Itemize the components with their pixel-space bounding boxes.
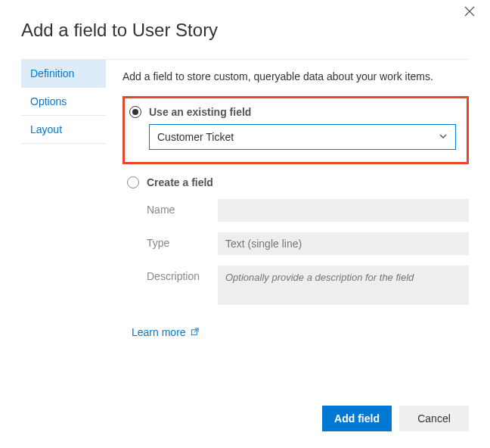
name-input[interactable] <box>218 199 469 222</box>
radio-icon-checked <box>129 106 141 118</box>
sidebar-item-options[interactable]: Options <box>21 88 106 116</box>
learn-more-link[interactable]: Learn more <box>132 326 199 338</box>
sidebar: Definition Options Layout <box>0 60 106 338</box>
radio-use-existing[interactable]: Use an existing field <box>129 106 456 118</box>
close-icon <box>464 6 475 17</box>
sidebar-item-definition[interactable]: Definition <box>21 60 106 88</box>
external-link-icon <box>191 326 199 338</box>
name-label: Name <box>147 199 209 216</box>
row-description: Description <box>147 266 469 305</box>
select-value: Customer Ticket <box>157 131 234 143</box>
chevron-down-icon <box>439 131 448 143</box>
dialog-body: Definition Options Layout Add a field to… <box>0 60 490 338</box>
type-label: Type <box>147 232 209 249</box>
radio-icon-unchecked <box>127 176 139 188</box>
add-field-dialog: Add a field to User Story Definition Opt… <box>0 0 490 448</box>
radio-create-field[interactable]: Create a field <box>127 176 469 188</box>
row-name: Name <box>147 199 469 222</box>
sidebar-item-label: Definition <box>30 67 74 79</box>
dialog-title: Add a field to User Story <box>21 20 469 41</box>
add-field-button[interactable]: Add field <box>322 406 392 431</box>
description-label: Description <box>147 266 209 282</box>
main-panel: Add a field to store custom, queryable d… <box>106 60 490 338</box>
existing-field-select[interactable]: Customer Ticket <box>149 124 456 150</box>
sidebar-item-layout[interactable]: Layout <box>21 116 106 144</box>
learn-more-label: Learn more <box>132 326 186 338</box>
type-select[interactable] <box>218 232 469 255</box>
create-field-section: Create a field Name Type Description Lea… <box>122 176 469 338</box>
intro-text: Add a field to store custom, queryable d… <box>122 70 469 82</box>
sidebar-item-label: Layout <box>30 123 62 135</box>
radio-label: Use an existing field <box>149 106 251 118</box>
svg-line-3 <box>194 328 198 333</box>
sidebar-item-label: Options <box>30 95 67 107</box>
close-button[interactable] <box>464 6 479 21</box>
use-existing-section: Use an existing field Customer Ticket <box>122 96 469 164</box>
row-type: Type <box>147 232 469 255</box>
cancel-button[interactable]: Cancel <box>399 406 469 431</box>
dialog-footer: Add field Cancel <box>322 406 469 431</box>
description-textarea[interactable] <box>218 266 469 305</box>
radio-label: Create a field <box>147 176 213 188</box>
